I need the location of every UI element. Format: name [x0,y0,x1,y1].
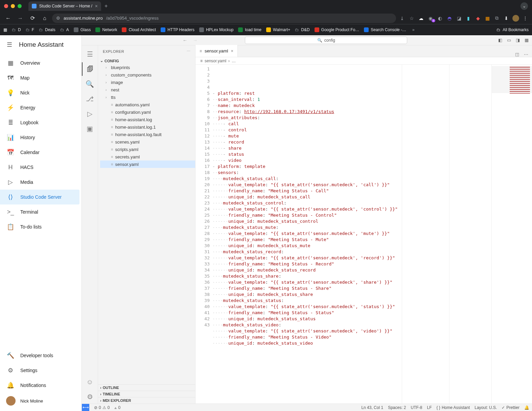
explorer-more-icon[interactable]: ⋯ [187,49,190,53]
activity-run-debug-icon[interactable]: ▷ [82,107,98,121]
tree-file[interactable]: ≡ configuration.yaml [100,108,195,116]
bookmark-item[interactable]: HPLex Mockup [199,27,233,32]
maximize-window-icon[interactable] [18,4,22,8]
code-line[interactable]: ··name: mutedeck [212,103,491,109]
status-prettier[interactable]: ✓ Prettier [502,405,519,410]
extension-slot-6-icon[interactable]: ▦ [484,15,491,22]
sidebar-item-logbook[interactable]: ≣Logbook [0,115,82,130]
minimap[interactable] [491,65,532,404]
tree-file[interactable]: ≡ automations.yaml [100,101,195,108]
code-line[interactable]: ······unique_id: mutedeck_status_mute [212,243,491,249]
code-line[interactable]: ····mutedeck_status_share: [212,273,491,279]
code-line[interactable]: ····- record [212,139,491,145]
tree-folder[interactable]: ›nest [100,86,195,93]
site-settings-icon[interactable]: ⚙ [56,16,60,21]
status-spaces[interactable]: Spaces: 2 [388,405,406,410]
tree-folder[interactable]: ›custom_components [100,71,195,79]
code-line[interactable]: ····mutedeck_status_control: [212,200,491,206]
nav-back-icon[interactable]: ← [3,15,13,21]
home-icon[interactable]: ⌂ [40,15,49,21]
extension-badge-icon[interactable]: ◉4 [427,15,434,22]
downloads-icon[interactable]: ⬇ [503,15,510,22]
code-content[interactable]: - platform: rest··scan_interval: 1··name… [212,65,491,404]
code-line[interactable]: ······friendly_name: "Meeting Status - M… [212,237,491,243]
code-line[interactable]: ····mutedeck_status_record: [212,249,491,255]
tree-folder[interactable]: ›image [100,79,195,86]
status-eol[interactable]: LF [427,405,432,410]
code-line[interactable]: ······friendly_name: "Meeting Status - C… [212,212,491,218]
code-line[interactable]: ······friendly_name: "Meeting Status - C… [212,188,491,194]
code-line[interactable]: ····- control [212,127,491,133]
bookmark-item[interactable]: Cloud Architect [122,27,156,32]
reload-icon[interactable]: ⟳ [28,15,37,21]
sidebar-item-hacs[interactable]: HHACS [0,160,82,175]
sidebar-item-map[interactable]: 🗺Map [0,70,82,85]
bookmark-item[interactable]: HTTP Headers [161,27,194,32]
tree-file[interactable]: ≡ home-assistant.log.fault [100,131,195,138]
sidebar-item-history[interactable]: 📊History [0,130,82,145]
customize-layout-icon[interactable]: ▦ [523,38,530,43]
code-line[interactable]: ····mutedeck_status_call: [212,176,491,182]
code-line[interactable]: ······friendly_name: "Meeting Status - R… [212,261,491,267]
activity-accounts-icon[interactable]: ☺ [82,375,98,389]
bookmark-item[interactable]: load time [238,27,261,32]
code-line[interactable]: ····- call [212,121,491,127]
code-line[interactable]: ······unique_id: mutedeck_status_status [212,316,491,322]
apps-icon[interactable]: ▦ [3,27,7,32]
remote-indicator-icon[interactable]: ⟷ [82,404,89,411]
editor-menu-icon[interactable]: ☰ [82,47,98,61]
extension-cloud-icon[interactable]: ☁ [418,15,424,22]
extensions-icon[interactable]: ⧉ [493,15,500,22]
extension-slot-5-icon[interactable]: ◆ [475,15,481,22]
bookmark-item[interactable]: 🗀A [60,27,69,32]
bookmark-item[interactable]: 🗀D&D [295,27,309,32]
activity-extensions-icon[interactable]: ▣ [82,122,98,135]
tree-file[interactable]: ≡ home-assistant.log.1 [100,123,195,131]
explorer-section-config[interactable]: ⌄ CONFIG [98,58,195,64]
code-line[interactable]: ······value_template: "{{ state_attr('se… [212,279,491,285]
sidebar-item-calendar[interactable]: 📅Calendar [0,145,82,160]
browser-menu-icon[interactable]: ⋮ [522,15,529,22]
extension-slot-1-icon[interactable]: ◐ [437,15,443,22]
activity-explorer-icon[interactable]: 🗐 [82,62,98,76]
status-cursor[interactable]: Ln 43, Col 1 [361,405,383,410]
minimize-window-icon[interactable] [11,4,15,8]
sidebar-item-overview[interactable]: ▦Overview [0,56,82,70]
bookmark-star-icon[interactable]: ☆ [408,15,415,22]
sidebar-item-media[interactable]: ▷Media [0,175,82,190]
tree-file[interactable]: ≡ home-assistant.log [100,116,195,123]
explorer-section-mdi-explorer[interactable]: › MDI EXPLORER [98,397,195,404]
tree-folder[interactable]: ›tts [100,93,195,101]
code-line[interactable]: ····mutedeck_status_video: [212,322,491,328]
status-language[interactable]: { } Home Assistant [437,405,470,410]
sidebar-item-studio-code-server[interactable]: ⟨⟩Studio Code Server [0,190,79,204]
code-line[interactable]: ······unique_id: mutedeck_status_video [212,340,491,346]
code-line[interactable]: ····mutedeck_status_mute: [212,224,491,231]
close-window-icon[interactable] [4,4,8,8]
status-encoding[interactable]: UTF-8 [411,405,422,410]
new-tab-button[interactable]: + [105,3,108,9]
bookmark-item[interactable]: Network [95,27,117,32]
extension-slot-4-icon[interactable]: ▮ [465,15,472,22]
command-center[interactable]: 🔍 config [245,37,407,44]
sidebar-item-energy[interactable]: ⚡Energy [0,100,82,115]
editor-tab-sensor-yaml[interactable]: ≡ sensor.yaml × [195,45,238,57]
code-line[interactable]: ······friendly_name: "Meeting Status - S… [212,310,491,316]
code-line[interactable]: - platform: rest [212,90,491,96]
status-layout[interactable]: Layout: U.S. [475,405,497,410]
sidebar-item-notifications[interactable]: 🔔 Notifications [0,378,82,393]
bookmark-item[interactable]: Glass [74,27,91,32]
explorer-section-timeline[interactable]: › TIMELINE [98,391,195,397]
bookmark-item[interactable]: 🗀Deals [39,27,55,32]
code-line[interactable]: ····- mute [212,133,491,139]
code-line[interactable]: ··json_attributes: [212,115,491,121]
code-line[interactable] [212,346,491,352]
tree-file[interactable]: ≡ scenes.yaml [100,138,195,146]
all-bookmarks-button[interactable]: 🗀 All Bookmarks [496,27,529,32]
code-line[interactable]: ······value_template: "{{ state_attr('se… [212,182,491,188]
activity-search-icon[interactable]: 🔍 [82,77,98,91]
bookmarks-overflow-icon[interactable]: » [412,27,415,32]
code-line[interactable]: ······friendly_name: "Meeting Status - S… [212,285,491,291]
status-notifications-icon[interactable]: 🔔 [524,405,529,410]
extension-slot-3-icon[interactable]: ◪ [456,15,462,22]
